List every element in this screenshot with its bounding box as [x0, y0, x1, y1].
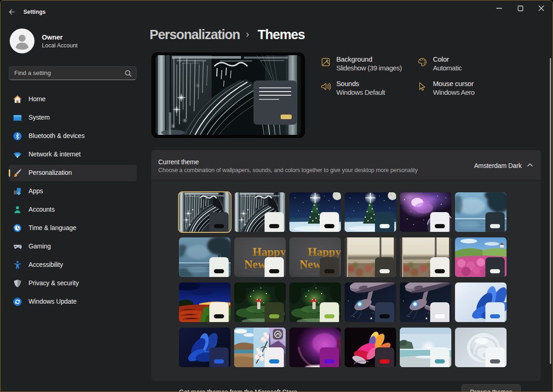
svg-text:Happy: Happy — [253, 246, 286, 258]
svg-text:Happy: Happy — [308, 246, 341, 258]
